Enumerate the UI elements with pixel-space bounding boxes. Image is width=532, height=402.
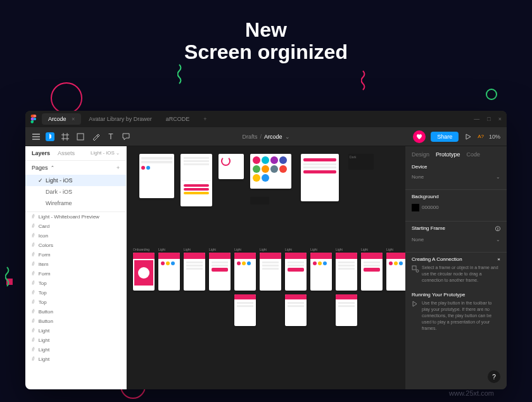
layer-item[interactable]: #Colors — [25, 241, 126, 250]
favorite-button[interactable] — [413, 130, 426, 143]
layer-item[interactable]: #Item — [25, 260, 126, 269]
layer-item[interactable]: #Light — [25, 355, 126, 364]
tab-layers[interactable]: Layers — [32, 150, 50, 156]
page-item[interactable]: ✓Light - iOS — [25, 175, 126, 186]
layer-item[interactable]: #Top — [25, 298, 126, 307]
comment-tool-icon[interactable] — [122, 132, 130, 141]
layer-item[interactable]: #Light — [25, 326, 126, 336]
figma-logo-icon — [30, 115, 37, 123]
right-panel: Design Prototype Code Device None ⌄ Back… — [405, 146, 507, 389]
new-tab-button[interactable]: + — [197, 113, 213, 125]
file-tab-arcode[interactable]: Arcode × — [42, 113, 81, 125]
device-label: Device — [412, 164, 500, 170]
tab-design[interactable]: Design — [412, 151, 429, 158]
close-icon[interactable]: × — [498, 116, 502, 122]
tab-prototype[interactable]: Prototype — [436, 151, 460, 158]
minimize-icon[interactable]: — — [474, 116, 479, 122]
text-tool-icon[interactable]: T — [106, 132, 115, 141]
background-label: Background — [412, 194, 500, 199]
layer-item[interactable]: #Light — [25, 336, 126, 345]
connection-help: Select a frame or object in a frame and … — [412, 265, 500, 283]
svg-rect-2 — [412, 266, 416, 270]
left-panel: Layers Assets Light - iOS ⌄ Pages ⌃ + ✓L… — [25, 146, 127, 389]
starting-frame-select[interactable]: None ⌄ — [412, 235, 500, 244]
device-select[interactable]: None ⌄ — [412, 172, 500, 182]
close-help-icon[interactable]: × — [497, 256, 500, 262]
pen-tool-icon[interactable] — [91, 132, 100, 141]
tab-assets[interactable]: Assets — [58, 150, 75, 156]
breadcrumb[interactable]: Drafts / Arcode ⌄ — [242, 134, 289, 140]
layer-item[interactable]: #Button — [25, 307, 126, 317]
layer-item[interactable]: #Button — [25, 317, 126, 326]
file-tab-avatar[interactable]: Avatar Library by Drawer — [82, 113, 158, 125]
info-icon[interactable]: ⓘ — [495, 225, 500, 232]
shape-tool-icon[interactable] — [76, 132, 85, 141]
page-item[interactable]: Dark - iOS — [25, 186, 126, 198]
layer-item[interactable]: #Icon — [25, 231, 126, 241]
add-page-button[interactable]: + — [117, 165, 120, 171]
move-tool-icon[interactable] — [46, 132, 54, 141]
starting-frame-label: Starting Frameⓘ — [412, 225, 500, 232]
present-icon[interactable] — [464, 132, 472, 141]
canvas[interactable]: UI Chart Colors Form Dark Button Onboard… — [127, 146, 405, 389]
frame-tool-icon[interactable] — [61, 132, 70, 141]
figma-window: Arcode × Avatar Library by Drawer aRCODE… — [25, 111, 507, 389]
watermark: www.25xt.com — [449, 389, 494, 397]
svg-point-3 — [416, 270, 419, 272]
running-help: Use the play button in the toolbar to pl… — [412, 300, 500, 331]
share-button[interactable]: Share — [431, 132, 459, 142]
maximize-icon[interactable]: □ — [487, 116, 490, 122]
page-context[interactable]: Light - iOS ⌄ — [91, 150, 120, 156]
menu-icon[interactable] — [32, 132, 41, 141]
layer-item[interactable]: #Light — [25, 345, 126, 355]
tab-code[interactable]: Code — [467, 151, 481, 158]
help-button[interactable]: ? — [488, 370, 500, 383]
layer-item[interactable]: #Form — [25, 269, 126, 279]
layer-item[interactable]: #Form — [25, 250, 126, 260]
svg-point-0 — [34, 118, 36, 120]
page-item[interactable]: Wireframe — [25, 198, 126, 209]
svg-rect-1 — [77, 134, 84, 140]
hero-title: NewScreen orginized — [0, 0, 532, 63]
layer-item[interactable]: #Card — [25, 222, 126, 231]
connection-title: Creating A Connection× — [412, 256, 500, 262]
background-color-input[interactable]: 000000 — [412, 202, 500, 213]
zoom-level[interactable]: 10% — [489, 134, 500, 140]
toolbar: T Drafts / Arcode ⌄ Share A? 10% — [25, 127, 507, 146]
titlebar: Arcode × Avatar Library by Drawer aRCODE… — [25, 111, 507, 127]
layer-item[interactable]: #Light - Whiteboard Preview — [25, 212, 126, 222]
file-tab-arcode2[interactable]: aRCODE — [160, 113, 196, 125]
layer-item[interactable]: #Top — [25, 288, 126, 298]
aa-toggle[interactable]: A? — [478, 134, 484, 139]
running-title: Running Your Prototype — [412, 292, 500, 298]
layer-item[interactable]: #Top — [25, 279, 126, 288]
pages-header: Pages ⌃ + — [25, 161, 126, 175]
